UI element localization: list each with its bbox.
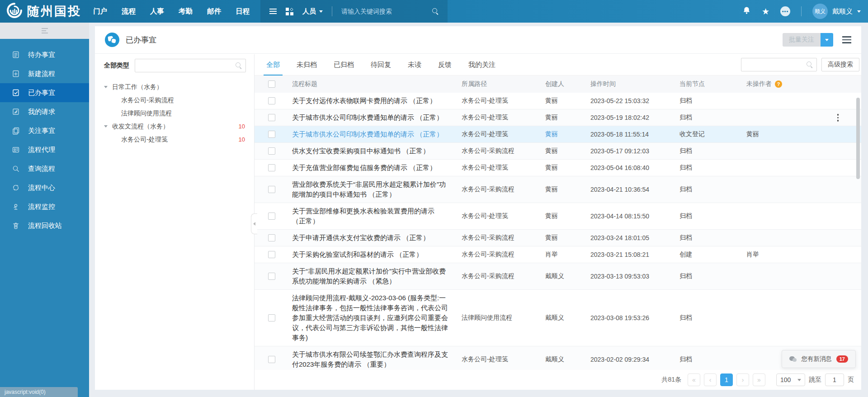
row-checkbox[interactable] bbox=[268, 234, 275, 241]
todo-icon bbox=[12, 51, 20, 59]
apps-grid-icon[interactable] bbox=[286, 8, 293, 15]
sidebar-item-todo[interactable]: 待办事宜 bbox=[0, 45, 89, 64]
more-icon[interactable]: ••• bbox=[780, 6, 790, 16]
sidebar-item-search[interactable]: 查询流程 bbox=[0, 159, 89, 178]
tab-0[interactable]: 全部 bbox=[266, 54, 280, 75]
search-icon[interactable] bbox=[432, 8, 439, 14]
sidebar-collapse-toggle[interactable] bbox=[0, 23, 89, 39]
user-name: 戴顺义 bbox=[832, 7, 853, 16]
row-title[interactable]: 营业部收费系统关于“非居民用水超定额累计加价”功能增加的项目中标通知书 （正常） bbox=[288, 180, 458, 199]
topbar-menu-item[interactable]: 考勤 bbox=[179, 7, 193, 16]
row-checkbox[interactable] bbox=[268, 213, 275, 220]
row-checkbox[interactable] bbox=[268, 114, 275, 121]
row-title[interactable]: 关于充值营业部催费短信服务费的请示 （正常） bbox=[288, 163, 458, 173]
table-row[interactable]: 关于申请开通供水支付宝收费的请示 （正常） 水务公司-采购流程 黄丽 2023-… bbox=[255, 230, 861, 246]
table-row[interactable]: 关于城市供水有限公司续签鄂汇办水费查询程序及支付2023年服务费的请示 （重要）… bbox=[255, 346, 861, 370]
help-icon[interactable]: ? bbox=[775, 80, 782, 88]
tree-search-input[interactable] bbox=[139, 62, 236, 69]
table-row[interactable]: 营业部收费系统关于“非居民用水超定额累计加价”功能增加的项目中标通知书 （正常）… bbox=[255, 176, 861, 203]
topbar-menu-item[interactable]: 日程 bbox=[236, 7, 250, 16]
star-icon[interactable]: ★ bbox=[762, 7, 769, 16]
row-checkbox[interactable] bbox=[268, 147, 275, 155]
row-title[interactable]: 关于采购化验室试剂和器材的请示 （正常） bbox=[288, 250, 458, 260]
table-row[interactable]: 供水支付宝收费采购项目中标通知书 （正常） 水务公司-采购流程 黄丽 2023-… bbox=[255, 143, 861, 160]
select-all-checkbox[interactable] bbox=[268, 80, 275, 88]
row-title[interactable]: 关于城市供水有限公司续签鄂汇办水费查询程序及支付2023年服务费的请示 （重要） bbox=[288, 350, 458, 369]
tree-group[interactable]: 日常工作（水务） bbox=[104, 80, 246, 94]
row-checkbox[interactable] bbox=[268, 131, 275, 138]
batch-follow-dropdown[interactable] bbox=[821, 33, 833, 47]
global-search-input[interactable] bbox=[341, 8, 429, 15]
sidebar-item-request[interactable]: 我的请求 bbox=[0, 102, 89, 121]
table-row[interactable]: 关于营业部维修和更换水表检验装置费用的请示 （正常） 水务公司-处理笺 黄丽 2… bbox=[255, 203, 861, 230]
row-actions-menu[interactable] bbox=[835, 112, 841, 123]
first-page-button[interactable] bbox=[688, 373, 700, 386]
row-title[interactable]: 关于“非居民用水超定额累计加价”实行中营业部收费系统功能增加的采购请示 （紧急） bbox=[288, 266, 458, 286]
topbar-menu-item[interactable]: 人事 bbox=[150, 7, 164, 16]
table-row[interactable]: 关于采购化验室试剂和器材的请示 （正常） 水务公司-采购流程 肖举 2023-0… bbox=[255, 246, 861, 263]
table-row[interactable]: 关于城市供水公司印制水费通知单的请示 （正常） 水务公司-处理笺 黄丽 2023… bbox=[255, 109, 861, 126]
row-title[interactable]: 供水支付宝收费采购项目中标通知书 （正常） bbox=[288, 146, 458, 156]
people-dropdown[interactable]: 人员 bbox=[302, 7, 323, 16]
user-menu[interactable]: 顺义 戴顺义 bbox=[812, 4, 861, 19]
row-checkbox[interactable] bbox=[268, 314, 275, 321]
sidebar-item-new[interactable]: 新建流程 bbox=[0, 64, 89, 83]
tab-6[interactable]: 我的关注 bbox=[468, 54, 495, 75]
row-checkbox[interactable] bbox=[268, 356, 275, 363]
tab-2[interactable]: 已归档 bbox=[334, 54, 354, 75]
batch-follow-button[interactable]: 批量关注 bbox=[783, 33, 821, 47]
view-options-icon[interactable] bbox=[842, 36, 851, 43]
tab-5[interactable]: 反馈 bbox=[438, 54, 452, 75]
row-title[interactable]: 关于申请开通供水支付宝收费的请示 （正常） bbox=[288, 233, 458, 243]
tab-1[interactable]: 未归档 bbox=[297, 54, 317, 75]
row-title[interactable]: 关于支付远传水表物联网卡费用的请示 （正常） bbox=[288, 96, 458, 106]
row-checkbox[interactable] bbox=[268, 273, 275, 280]
search-icon[interactable] bbox=[236, 62, 242, 69]
new-message-toast[interactable]: 您有新消息 17 bbox=[782, 350, 856, 368]
next-page-button[interactable] bbox=[736, 373, 749, 386]
table-row[interactable]: 关于“非居民用水超定额累计加价”实行中营业部收费系统功能增加的采购请示 （紧急）… bbox=[255, 263, 861, 290]
tree-expand-icon[interactable] bbox=[104, 125, 108, 128]
sidebar-item-agent[interactable]: 流程代理 bbox=[0, 140, 89, 159]
table-row[interactable]: 关于城市供水公司印制水费通知单的请示 （正常） 水务公司-处理笺 黄丽 2023… bbox=[255, 126, 861, 143]
tree-expand-icon[interactable] bbox=[104, 86, 108, 88]
tree-leaf[interactable]: 水务公司-处理笺 10 bbox=[104, 133, 246, 146]
last-page-button[interactable] bbox=[753, 373, 765, 386]
topbar-menu-item[interactable]: 邮件 bbox=[207, 7, 221, 16]
tab-4[interactable]: 未读 bbox=[408, 54, 421, 75]
hamburger-icon[interactable] bbox=[269, 9, 277, 14]
panel-collapse-handle[interactable] bbox=[251, 213, 257, 234]
topbar-menu-item[interactable]: 流程 bbox=[122, 7, 136, 16]
tab-3[interactable]: 待回复 bbox=[371, 54, 391, 75]
sidebar-item-center[interactable]: 流程中心 bbox=[0, 178, 89, 197]
row-checkbox[interactable] bbox=[268, 251, 275, 258]
row-title[interactable]: 关于城市供水公司印制水费通知单的请示 （正常） bbox=[288, 113, 458, 123]
jump-page-input[interactable] bbox=[825, 373, 844, 386]
sidebar-item-monitor[interactable]: 流程监控 bbox=[0, 197, 89, 216]
tree-group[interactable]: 收发文流程（水务） 10 bbox=[104, 120, 246, 133]
table-row[interactable]: 关于支付远传水表物联网卡费用的请示 （正常） 水务公司-处理笺 黄丽 2023-… bbox=[255, 93, 861, 109]
scrollbar-thumb[interactable] bbox=[856, 98, 860, 179]
page-number-button[interactable]: 1 bbox=[720, 373, 733, 386]
tree-leaf[interactable]: 水务公司-采购流程 bbox=[104, 94, 246, 107]
row-title[interactable]: 关于城市供水公司印制水费通知单的请示 （正常） bbox=[288, 129, 458, 139]
page-size-select[interactable]: 100 bbox=[776, 373, 805, 386]
row-checkbox[interactable] bbox=[268, 186, 275, 193]
tree-leaf[interactable]: 法律顾问使用流程 bbox=[104, 107, 246, 120]
bell-icon[interactable] bbox=[742, 6, 751, 17]
table-row[interactable]: 法律顾问使用流程-戴顺义-2023-03-06 (服务类型:一般性法律事务，包括… bbox=[255, 290, 861, 346]
table-row[interactable]: 关于充值营业部催费短信服务费的请示 （正常） 水务公司-处理笺 黄丽 2023-… bbox=[255, 160, 861, 176]
search-icon[interactable] bbox=[807, 61, 813, 68]
row-checkbox[interactable] bbox=[268, 164, 275, 171]
prev-page-button[interactable] bbox=[704, 373, 717, 386]
sidebar-item-recycle[interactable]: 流程回收站 bbox=[0, 216, 89, 235]
sidebar-item-follow[interactable]: 关注事宜 bbox=[0, 121, 89, 140]
row-checkbox[interactable] bbox=[268, 97, 275, 104]
advanced-search-button[interactable]: 高级搜索 bbox=[821, 58, 859, 71]
row-title[interactable]: 关于营业部维修和更换水表检验装置费用的请示 （正常） bbox=[288, 206, 458, 226]
tree-count: 10 bbox=[239, 136, 246, 143]
list-search-input[interactable] bbox=[745, 61, 807, 68]
row-title[interactable]: 法律顾问使用流程-戴顺义-2023-03-06 (服务类型:一般性法律事务，包括… bbox=[288, 293, 458, 343]
sidebar-item-done[interactable]: 已办事宜 bbox=[0, 83, 89, 102]
topbar-menu-item[interactable]: 门户 bbox=[93, 7, 107, 16]
